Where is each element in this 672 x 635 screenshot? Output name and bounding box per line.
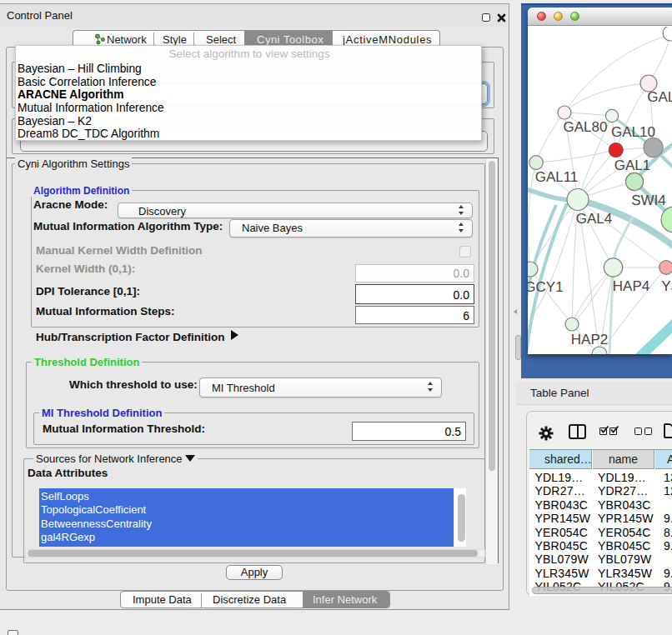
svg-text:GCY1: GCY1 bbox=[528, 279, 564, 295]
svg-text:HAP2: HAP2 bbox=[571, 332, 608, 348]
svg-text:YJL: YJL bbox=[661, 278, 672, 294]
svg-text:GAL10: GAL10 bbox=[611, 124, 655, 140]
svg-text:HAP4: HAP4 bbox=[613, 278, 649, 294]
svg-text:SWI4: SWI4 bbox=[631, 192, 666, 208]
svg-text:GAL1: GAL1 bbox=[614, 158, 650, 173]
svg-text:GAL2: GAL2 bbox=[647, 89, 672, 105]
svg-text:GAL11: GAL11 bbox=[535, 169, 579, 185]
svg-text:GAL80: GAL80 bbox=[564, 119, 608, 135]
svg-text:GAL4: GAL4 bbox=[576, 211, 612, 227]
